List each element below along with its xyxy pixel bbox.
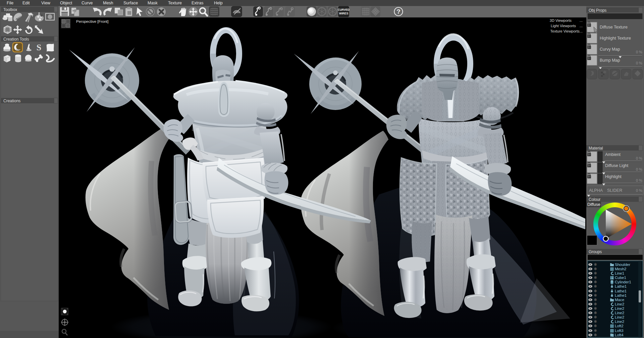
svg-text:Toolbox: Toolbox [3,7,17,12]
svg-text:✱: ✱ [594,311,597,315]
svg-text:Mace: Mace [615,298,624,302]
svg-text:✱: ✱ [594,262,597,267]
svg-text:✱: ✱ [594,280,597,284]
svg-text:Groups: Groups [589,249,602,254]
svg-text:✱: ✱ [594,324,597,328]
svg-text:✱: ✱ [594,328,597,333]
svg-text:✱: ✱ [594,306,597,311]
svg-text:Line2: Line2 [615,306,624,311]
svg-text:✱: ✱ [594,289,597,293]
svg-text:Line2: Line2 [615,320,624,324]
svg-text:✱: ✱ [594,275,597,280]
svg-text:✱: ✱ [594,333,597,337]
svg-text:Cube1: Cube1 [615,276,626,280]
svg-text:✱: ✱ [594,302,597,306]
svg-text:3D Viewports: 3D Viewports [550,18,572,22]
svg-text:Mesh2: Mesh2 [615,267,627,271]
svg-text:Loft2: Loft2 [615,324,624,328]
svg-text:Light Viewports: Light Viewports [551,24,576,28]
svg-text:...: ... [580,24,583,28]
svg-text:WIRES: WIRES [339,12,348,15]
svg-text:Line1: Line1 [615,271,624,275]
svg-text:Lathe1: Lathe1 [615,293,627,297]
svg-text:Cylinder1: Cylinder1 [615,280,631,284]
svg-text:?: ? [396,8,400,15]
svg-text:Line2: Line2 [615,315,624,319]
svg-text:✱: ✱ [594,284,597,289]
svg-text:Creation Tools: Creation Tools [3,37,29,42]
svg-text:Texture Viewports...: Texture Viewports... [550,29,583,33]
svg-text:Lathe1: Lathe1 [615,284,627,288]
svg-text:S: S [37,43,41,52]
svg-text:✱: ✱ [594,297,597,302]
svg-text:Perspective [Front]: Perspective [Front] [76,19,109,23]
svg-text:Loft4: Loft4 [615,333,624,337]
svg-text:CURVED: CURVED [338,8,350,11]
svg-text:✱: ✱ [594,267,597,271]
svg-text:Line2: Line2 [615,302,624,306]
svg-text:✱: ✱ [594,271,597,276]
svg-text:Creations: Creations [3,99,20,103]
svg-text:...: ... [580,18,583,22]
svg-text:✱: ✱ [594,315,597,320]
svg-text:Shoulder: Shoulder [615,263,630,267]
svg-text:✱: ✱ [594,293,597,298]
svg-text:✱: ✱ [594,319,597,324]
svg-text:Loft3: Loft3 [615,329,624,333]
svg-text:Line2: Line2 [615,311,624,315]
svg-text:Lathe1: Lathe1 [615,289,627,293]
